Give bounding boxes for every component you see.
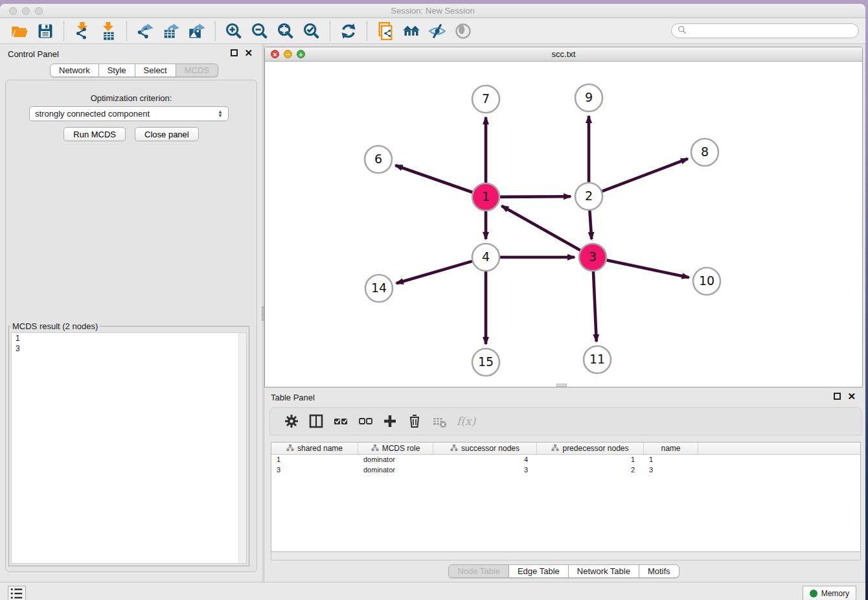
graph-node-10[interactable]: 10 bbox=[693, 268, 720, 295]
column-header-label[interactable]: name bbox=[661, 444, 680, 453]
graph-node-7[interactable]: 7 bbox=[472, 86, 499, 113]
tab-network[interactable]: Network bbox=[50, 63, 99, 77]
table-cell[interactable]: 1 bbox=[271, 455, 358, 465]
table-cell[interactable]: 3 bbox=[433, 465, 537, 476]
table-cell[interactable]: 1 bbox=[537, 455, 644, 465]
table-cell[interactable]: 4 bbox=[433, 455, 537, 465]
zoom-selected-icon[interactable] bbox=[301, 21, 323, 41]
column-header-successor-nodes[interactable]: successor nodes bbox=[433, 443, 537, 454]
graph-node-14[interactable]: 14 bbox=[365, 275, 393, 302]
edge-4-14[interactable] bbox=[396, 261, 472, 283]
tab-motifs[interactable]: Motifs bbox=[639, 564, 680, 578]
svg-text:14: 14 bbox=[371, 281, 387, 295]
open-file-icon[interactable] bbox=[8, 21, 30, 41]
column-header-name[interactable]: name bbox=[644, 443, 698, 454]
table-cell[interactable]: dominator bbox=[358, 455, 433, 465]
hide-panels-icon[interactable] bbox=[426, 21, 448, 41]
close-panel-icon[interactable]: ✕ bbox=[244, 49, 253, 56]
gear-icon[interactable] bbox=[282, 411, 301, 431]
graph-node-8[interactable]: 8 bbox=[691, 139, 718, 166]
tab-node-table[interactable]: Node Table bbox=[448, 564, 509, 578]
zoom-fit-icon[interactable] bbox=[275, 21, 297, 41]
column-header-MCDS-role[interactable]: MCDS role bbox=[358, 443, 433, 454]
column-header-label[interactable]: shared name bbox=[297, 444, 343, 453]
run-mcds-button[interactable]: Run MCDS bbox=[63, 127, 126, 141]
graph-node-6[interactable]: 6 bbox=[365, 146, 392, 173]
svg-text:8: 8 bbox=[701, 144, 709, 159]
memory-button[interactable]: Memory bbox=[803, 586, 856, 600]
search-box[interactable] bbox=[671, 23, 859, 38]
task-history-button[interactable] bbox=[8, 586, 26, 600]
edge-1-2[interactable] bbox=[500, 196, 571, 197]
float-table-panel-icon[interactable] bbox=[834, 393, 841, 400]
node-table[interactable]: shared nameMCDS rolesuccessor nodesprede… bbox=[271, 442, 861, 552]
zoom-in-icon[interactable] bbox=[223, 21, 245, 41]
column-header-label[interactable]: MCDS role bbox=[382, 444, 420, 453]
edge-1-6[interactable] bbox=[395, 165, 472, 192]
tab-select[interactable]: Select bbox=[135, 63, 176, 77]
export-network-icon[interactable] bbox=[134, 21, 156, 41]
tab-style[interactable]: Style bbox=[99, 63, 135, 77]
edge-3-10[interactable] bbox=[607, 260, 689, 278]
delete-icon[interactable] bbox=[405, 411, 424, 431]
table-panel: Table Panel ✕ f(x) shared nameMCDS roles… bbox=[264, 389, 863, 582]
table-cell[interactable]: 1 bbox=[644, 455, 698, 465]
scrollbar[interactable] bbox=[238, 333, 246, 563]
import-network-icon[interactable] bbox=[71, 21, 93, 41]
table-cell[interactable]: 3 bbox=[271, 465, 358, 476]
graph-node-3[interactable]: 3 bbox=[579, 244, 606, 271]
table-row[interactable]: 3dominator323 bbox=[271, 465, 860, 476]
export-table-icon[interactable] bbox=[160, 21, 182, 41]
canvas-resize-grip[interactable] bbox=[556, 384, 567, 387]
duplicate-network-icon[interactable] bbox=[374, 21, 396, 41]
mcds-result-textarea[interactable]: 13 bbox=[11, 332, 247, 564]
graph-node-11[interactable]: 11 bbox=[584, 346, 611, 373]
table-row[interactable]: 1dominator411 bbox=[271, 455, 860, 465]
float-panel-icon[interactable] bbox=[231, 49, 238, 56]
network-canvas[interactable]: 1234678910111415 bbox=[265, 62, 862, 387]
deselect-all-icon[interactable] bbox=[356, 411, 375, 431]
graph-node-9[interactable]: 9 bbox=[575, 84, 602, 111]
column-header-shared-name[interactable]: shared name bbox=[271, 443, 358, 454]
edge-2-8[interactable] bbox=[602, 159, 688, 191]
graph-node-15[interactable]: 15 bbox=[472, 349, 499, 376]
add-column-icon[interactable] bbox=[380, 411, 400, 431]
tab-network-table[interactable]: Network Table bbox=[569, 564, 639, 578]
edge-3-1[interactable] bbox=[501, 206, 580, 250]
graph-node-1[interactable]: 1 bbox=[472, 183, 499, 211]
close-table-panel-icon[interactable]: ✕ bbox=[847, 393, 856, 400]
desktop-background: Session: New Session Control Panel ✕ Net… bbox=[0, 0, 868, 600]
column-header-label[interactable]: predecessor nodes bbox=[562, 444, 628, 453]
edge-2-3[interactable] bbox=[589, 211, 591, 239]
edge-3-11[interactable] bbox=[593, 271, 597, 341]
toolbar-separator bbox=[330, 21, 330, 41]
window-title: Session: New Session bbox=[0, 6, 865, 16]
table-cell[interactable]: dominator bbox=[358, 465, 433, 476]
select-all-icon[interactable] bbox=[331, 411, 350, 431]
column-header-predecessor-nodes[interactable]: predecessor nodes bbox=[537, 443, 644, 454]
network-window-titlebar[interactable]: × − + scc.txt bbox=[265, 47, 862, 62]
table-horizontal-scrollbar[interactable] bbox=[271, 552, 861, 560]
columns-icon[interactable] bbox=[306, 411, 326, 431]
close-panel-button[interactable]: Close panel bbox=[135, 127, 199, 141]
refresh-icon[interactable] bbox=[337, 21, 360, 41]
svg-text:6: 6 bbox=[374, 152, 382, 166]
function-builder-button: f(x) bbox=[457, 415, 475, 428]
mcds-result-title: MCDS result (2 nodes) bbox=[10, 321, 100, 331]
criterion-dropdown[interactable]: strongly connected component ▲▼ bbox=[29, 106, 229, 121]
column-header-label[interactable]: successor nodes bbox=[461, 444, 520, 453]
tab-edge-table[interactable]: Edge Table bbox=[509, 564, 569, 578]
home-icon[interactable] bbox=[400, 21, 422, 41]
export-image-icon[interactable] bbox=[186, 21, 208, 41]
zoom-out-icon[interactable] bbox=[249, 21, 271, 41]
import-table-icon[interactable] bbox=[97, 21, 119, 41]
mcds-result-line: 1 bbox=[12, 333, 246, 343]
graph-node-4[interactable]: 4 bbox=[472, 244, 499, 271]
network-graph[interactable]: 1234678910111415 bbox=[265, 62, 862, 387]
table-cell[interactable]: 3 bbox=[644, 465, 698, 476]
table-cell[interactable]: 2 bbox=[537, 465, 644, 476]
save-session-icon[interactable] bbox=[34, 21, 56, 41]
search-input[interactable] bbox=[691, 27, 853, 36]
tab-mcds[interactable]: MCDS bbox=[176, 63, 218, 77]
graph-node-2[interactable]: 2 bbox=[575, 183, 602, 210]
